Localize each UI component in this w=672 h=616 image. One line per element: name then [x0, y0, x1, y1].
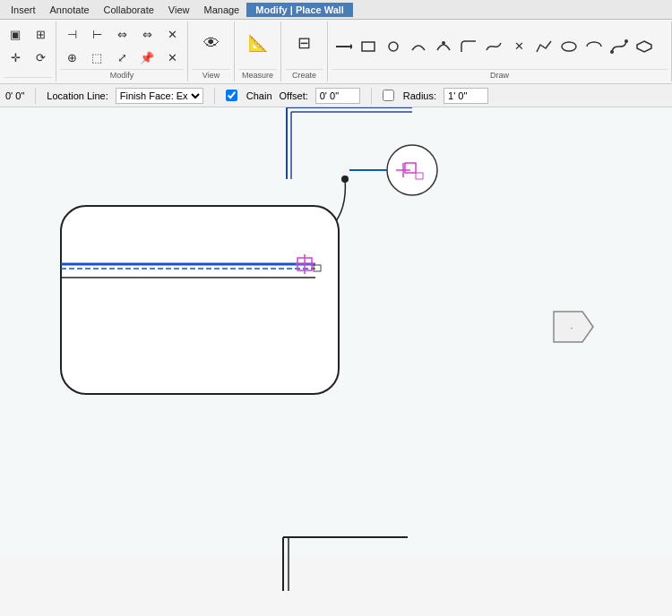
toolbar-btn-rotate[interactable]: ⟳	[29, 47, 52, 68]
measure-label: Measure	[238, 69, 277, 80]
modify-label: Modify	[60, 69, 184, 80]
svg-marker-1	[350, 44, 352, 49]
svg-point-3	[389, 42, 398, 51]
svg-marker-8	[637, 41, 651, 52]
create-section: ⊟ Create	[281, 21, 328, 81]
menu-manage[interactable]: Manage	[196, 3, 246, 17]
menu-bar: Insert Annotate Collaborate View Manage …	[0, 0, 672, 20]
svg-text:·: ·	[570, 322, 573, 333]
btn-draw-line[interactable]	[332, 36, 355, 57]
props-radius-label: Radius:	[403, 90, 436, 101]
props-chain-label: Chain	[246, 90, 272, 101]
props-location-label: Location Line:	[47, 90, 108, 101]
props-location-select[interactable]: Finish Face: Ex	[116, 88, 203, 104]
active-ribbon-label: Modify | Place Wall	[246, 3, 353, 17]
toolbar-btn-move[interactable]: ✛	[4, 47, 27, 68]
drawing-svg: ·	[0, 107, 672, 616]
btn-measure[interactable]: 📐	[244, 23, 272, 63]
btn-draw-spline2[interactable]	[607, 36, 631, 57]
props-offset-static: 0' 0"	[5, 90, 24, 101]
btn-draw-arc[interactable]	[407, 36, 430, 57]
props-radius-checkbox[interactable]	[383, 90, 394, 101]
toolbar: ▣ ⊞ ✛ ⟳ ⊣ ⊢ ⇔ ⇔ ✕ ⊕ ⬚ ⤢	[0, 20, 672, 84]
props-divider2	[214, 88, 215, 104]
svg-point-7	[625, 39, 628, 43]
view-section: 👁 View	[188, 21, 235, 81]
canvas-area[interactable]: ·	[0, 107, 672, 616]
btn-view-control[interactable]: 👁	[197, 23, 226, 63]
btn-scale[interactable]: ⤢	[110, 47, 134, 69]
measure-section: 📐 Measure	[235, 21, 281, 81]
toolbar-btn-model[interactable]: ⊞	[29, 23, 52, 45]
props-divider3	[371, 88, 372, 104]
btn-align[interactable]: ⊣	[60, 24, 83, 46]
svg-point-4	[442, 41, 445, 45]
btn-delete[interactable]: ✕	[160, 47, 184, 69]
props-radius-input[interactable]	[444, 88, 488, 104]
btn-array[interactable]: ⬚	[85, 47, 108, 69]
menu-view[interactable]: View	[161, 3, 197, 17]
menu-collaborate[interactable]: Collaborate	[97, 3, 161, 17]
view-label: View	[192, 69, 230, 80]
btn-trim[interactable]: ✕	[160, 24, 184, 46]
menu-insert[interactable]: Insert	[4, 3, 43, 17]
btn-draw-circle[interactable]	[382, 36, 405, 57]
btn-mirror2[interactable]: ⇔	[135, 24, 159, 46]
props-divider1	[35, 88, 36, 104]
btn-draw-pick[interactable]	[532, 36, 556, 57]
btn-draw-polygon[interactable]	[633, 36, 656, 57]
svg-point-6	[610, 50, 614, 54]
create-label: Create	[285, 69, 323, 80]
modify-section: ⊣ ⊢ ⇔ ⇔ ✕ ⊕ ⬚ ⤢ 📌 ✕ Modify	[56, 21, 188, 81]
btn-split[interactable]: ⊕	[60, 47, 83, 69]
svg-rect-2	[362, 42, 375, 51]
toolbar-btn-select[interactable]: ▣	[4, 23, 27, 45]
props-offset-label: Offset:	[280, 90, 308, 101]
btn-draw-ellipse[interactable]	[557, 36, 581, 57]
svg-point-15	[341, 175, 349, 183]
btn-mirror[interactable]: ⇔	[110, 24, 134, 46]
btn-draw-arc2[interactable]	[432, 36, 455, 57]
draw-section: ✕ Draw	[328, 21, 672, 81]
props-chain-checkbox[interactable]	[226, 90, 237, 101]
svg-point-5	[562, 42, 576, 51]
btn-pin[interactable]: 📌	[135, 47, 159, 69]
btn-draw-close[interactable]: ✕	[507, 36, 530, 57]
menu-annotate[interactable]: Annotate	[43, 3, 97, 17]
props-offset-input[interactable]	[315, 88, 360, 104]
btn-create[interactable]: ⊟	[290, 23, 319, 63]
btn-draw-partial-ellipse[interactable]	[582, 36, 606, 57]
btn-draw-rect[interactable]	[357, 36, 380, 57]
btn-draw-fillet[interactable]	[457, 36, 480, 57]
svg-rect-17	[61, 206, 339, 394]
props-bar: 0' 0" Location Line: Finish Face: Ex Cha…	[0, 84, 672, 107]
btn-offset[interactable]: ⊢	[85, 24, 108, 46]
draw-label: Draw	[332, 69, 668, 80]
svg-point-10	[387, 145, 437, 195]
btn-draw-spline[interactable]	[482, 36, 505, 57]
